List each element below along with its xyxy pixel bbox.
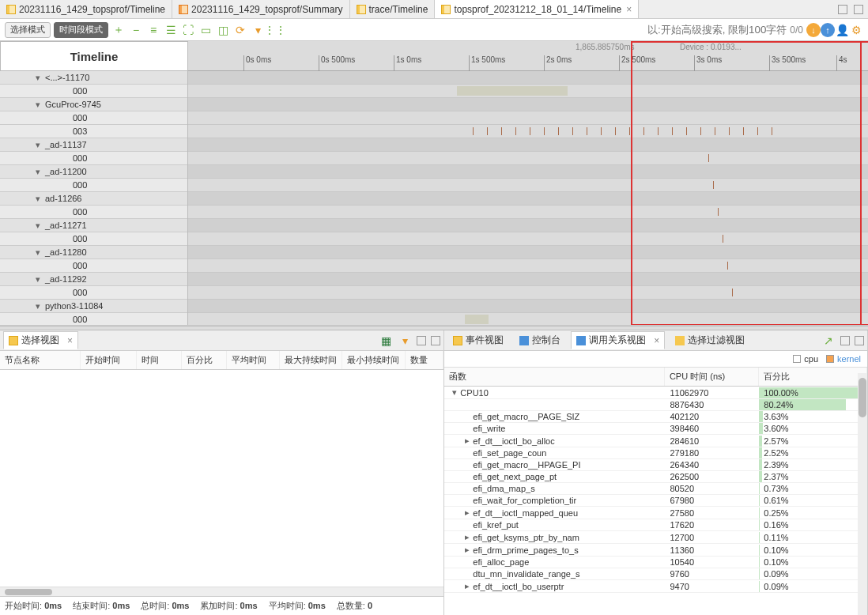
tab-trace-timeline[interactable]: trace/Timeline <box>350 0 436 18</box>
track-row[interactable] <box>188 246 868 259</box>
expand-icon[interactable]: ▸ <box>462 545 473 555</box>
track-row[interactable] <box>188 85 868 98</box>
filter-icon[interactable]: ▾ <box>398 334 412 348</box>
expand-icon[interactable]: ▾ <box>449 387 460 398</box>
stats-icon[interactable]: ◫ <box>216 23 230 37</box>
settings-icon[interactable]: ⚙ <box>849 23 863 37</box>
vertical-scrollbar[interactable] <box>858 373 867 615</box>
track-row[interactable] <box>188 313 868 325</box>
timeline-row[interactable]: ▾_ad-11292 <box>0 273 187 286</box>
close-icon[interactable]: × <box>626 4 632 15</box>
add-icon[interactable]: ＋ <box>111 23 126 37</box>
maximize-icon[interactable] <box>431 336 440 345</box>
col-max[interactable]: 最大持续时间 <box>280 351 343 369</box>
call-tree-row[interactable]: efi_kref_put176200.16% <box>444 519 867 531</box>
expand-icon[interactable]: ▸ <box>462 581 473 591</box>
track-row[interactable] <box>188 206 868 219</box>
call-tree-row[interactable]: dtu_mn_invalidate_range_s97600.09% <box>444 568 867 580</box>
link-icon[interactable]: ↗ <box>821 334 836 348</box>
track-row[interactable] <box>188 232 868 246</box>
chevron-down-icon[interactable]: ▾ <box>32 100 43 110</box>
timeline-row[interactable]: ▾python3-11084 <box>0 300 187 313</box>
close-icon[interactable]: × <box>67 335 73 346</box>
tab-console[interactable]: 控制台 <box>514 331 566 349</box>
expand-icon[interactable]: ▸ <box>462 532 473 542</box>
timeline-row[interactable]: 000 <box>0 85 187 98</box>
col-percent[interactable]: 百分比 <box>759 368 867 386</box>
tab-events-view[interactable]: 事件视图 <box>447 331 509 349</box>
tab-timeline-1116[interactable]: 20231116_1429_topsprof/Timeline <box>0 0 172 18</box>
col-cpu-time[interactable]: CPU 时间 (ns) <box>665 368 759 386</box>
horizontal-scrollbar[interactable] <box>0 587 443 596</box>
timeline-row[interactable]: 003 <box>0 125 187 138</box>
call-tree-row[interactable]: efi_alloc_page105400.10% <box>444 557 867 568</box>
export-icon[interactable]: ▦ <box>379 334 393 348</box>
track-row[interactable] <box>188 71 868 85</box>
nav-up-icon[interactable]: ↑ <box>821 23 835 37</box>
col-pct[interactable]: 百分比 <box>182 351 227 369</box>
track-row[interactable] <box>188 286 868 300</box>
timeline-row[interactable]: ▾GcuProc-9745 <box>0 98 187 111</box>
track-row[interactable] <box>188 98 868 111</box>
track-row[interactable] <box>188 192 868 206</box>
col-time[interactable]: 时间 <box>137 351 182 369</box>
list-icon[interactable]: ≡ <box>146 23 160 37</box>
subtab-cpu[interactable]: cpu <box>793 354 818 364</box>
close-icon[interactable]: × <box>654 335 659 346</box>
call-tree-body[interactable]: ▾CPU1011062970100.00%887643080.24%efi_ge… <box>444 387 867 615</box>
expand-icon[interactable]: ▸ <box>462 436 473 446</box>
chart-icon[interactable]: ▭ <box>198 23 213 37</box>
timeline-row[interactable]: ▾_ad-11137 <box>0 138 187 152</box>
timeline-tree[interactable]: Timeline ▾<...>-11170000▾GcuProc-9745000… <box>0 41 188 325</box>
chevron-down-icon[interactable]: ▾ <box>32 167 43 177</box>
timespan-mode-button[interactable]: 时间段模式 <box>54 22 108 38</box>
maximize-icon[interactable] <box>854 5 863 14</box>
tab-filter-view[interactable]: 选择过滤视图 <box>670 331 750 349</box>
tab-topsprof-1212[interactable]: topsprof_20231212_18_01_14/Timeline × <box>435 0 639 18</box>
col-function[interactable]: 函数 <box>444 368 665 386</box>
call-tree-row[interactable]: ▸efi_drm_prime_pages_to_s113600.10% <box>444 544 867 557</box>
chevron-down-icon[interactable]: ▾ <box>32 221 43 231</box>
call-tree-row[interactable]: efi_get_macro__HPAGE_PI2643402.39% <box>444 459 867 471</box>
chevron-down-icon[interactable]: ▾ <box>32 73 43 83</box>
call-tree-row[interactable]: 887643080.24% <box>444 399 867 411</box>
call-tree-row[interactable]: efi_dma_map_s805200.73% <box>444 483 867 495</box>
tab-call-tree[interactable]: 调用关系视图 × <box>571 331 665 349</box>
nav-down-icon[interactable]: ↓ <box>806 23 821 37</box>
timeline-row[interactable]: 000 <box>0 206 187 219</box>
timeline-row[interactable]: ▾<...>-11170 <box>0 71 187 85</box>
timeline-row[interactable]: 000 <box>0 179 187 192</box>
minimize-icon[interactable] <box>417 336 426 345</box>
minimize-icon[interactable] <box>838 5 847 14</box>
chevron-down-icon[interactable]: ▾ <box>32 194 43 204</box>
col-avg[interactable]: 平均时间 <box>227 351 279 369</box>
left-grid-body[interactable] <box>0 370 443 587</box>
chevron-down-icon[interactable]: ▾ <box>32 301 43 311</box>
minimize-icon[interactable] <box>840 336 850 345</box>
call-tree-row[interactable]: ▸ef_dt__ioctl_mapped_queu275800.25% <box>444 507 867 519</box>
expand-icon[interactable]: ▸ <box>462 507 473 518</box>
select-mode-button[interactable]: 选择模式 <box>5 22 51 38</box>
timeline-row[interactable]: 000 <box>0 152 187 165</box>
tab-summary-1116[interactable]: 20231116_1429_topsprof/Summary <box>172 0 349 18</box>
track-row[interactable] <box>188 259 868 273</box>
timeline-row[interactable]: 000 <box>0 313 187 325</box>
user-icon[interactable]: 👤 <box>835 23 849 37</box>
timeline-row[interactable]: 000 <box>0 111 187 125</box>
chevron-down-icon[interactable]: ▾ <box>32 274 43 285</box>
track-row[interactable] <box>188 219 868 232</box>
call-tree-row[interactable]: efi_get_macro__PAGE_SIZ4021203.63% <box>444 411 867 423</box>
call-tree-row[interactable]: efi_set_page_coun2791802.52% <box>444 447 867 459</box>
timeline-chart[interactable]: 1,865.885750ms Device : 0.0193... 0s 0ms… <box>188 41 868 325</box>
tab-selection-view[interactable]: 选择视图 × <box>3 331 78 349</box>
col-count[interactable]: 数量 <box>406 351 444 369</box>
track-row[interactable] <box>188 273 868 286</box>
refresh-icon[interactable]: ⟳ <box>233 23 247 37</box>
call-tree-row[interactable]: efi_wait_for_completion_tir679800.61% <box>444 495 867 507</box>
call-tree-row[interactable]: ▸efi_get_ksyms_ptr_by_nam127000.11% <box>444 531 867 544</box>
subtab-kernel[interactable]: kernel <box>826 354 861 364</box>
timeline-row[interactable]: 000 <box>0 286 187 300</box>
track-row[interactable] <box>188 300 868 313</box>
col-start[interactable]: 开始时间 <box>81 351 137 369</box>
col-min[interactable]: 最小持续时间 <box>342 351 406 369</box>
